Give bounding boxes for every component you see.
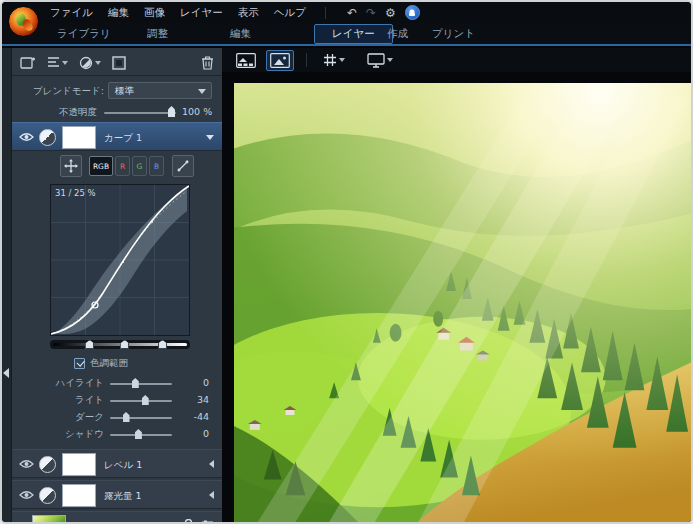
visibility-eye-icon[interactable] (19, 132, 34, 142)
menu-image[interactable]: 画像 (144, 6, 165, 20)
tab-adjust[interactable]: 調整 (147, 27, 168, 41)
blend-mode-label: ブレンドモード: (12, 85, 104, 98)
dark-label: ダーク (12, 411, 104, 424)
app-logo-icon[interactable] (8, 6, 39, 37)
expand-caret-icon[interactable] (209, 460, 214, 468)
menu-view[interactable]: 表示 (238, 6, 259, 20)
highlight-slider-handle[interactable] (132, 378, 139, 388)
toolbar-separator (306, 53, 307, 67)
tab-edit[interactable]: 編集 (230, 27, 251, 41)
curve-plot[interactable] (51, 185, 189, 335)
layer-row-levels[interactable]: レベル 1 (12, 449, 222, 478)
channel-rgb-button[interactable]: RGB (89, 156, 113, 176)
menu-file[interactable]: ファイル (50, 6, 93, 20)
opacity-label: 不透明度 (12, 106, 97, 119)
delete-layer-button[interactable] (201, 55, 214, 70)
new-layer-button[interactable] (20, 55, 36, 70)
display-preview-button[interactable] (363, 50, 397, 71)
layer-row-exposure[interactable]: 露光量 1 (12, 480, 222, 509)
opacity-slider-handle[interactable] (168, 106, 175, 117)
tab-layers[interactable]: レイヤー (314, 24, 393, 44)
blend-mode-row: ブレンドモード: 標準 (12, 82, 222, 100)
blend-mode-value: 標準 (115, 85, 134, 96)
curve-gradient-bar[interactable] (50, 340, 190, 349)
canvas-area[interactable] (222, 72, 691, 522)
blend-mode-select[interactable]: 標準 (108, 82, 212, 99)
midtone-handle[interactable] (120, 340, 129, 349)
highlight-label: ハイライト (12, 377, 104, 390)
shadow-slider-handle[interactable] (135, 429, 142, 439)
single-image-view-button[interactable] (266, 50, 294, 71)
layers-panel: ブレンドモード: 標準 不透明度 100 % カーブ 1 (2, 48, 222, 522)
light-slider-handle[interactable] (142, 395, 149, 405)
background-layer-thumbnail[interactable] (32, 515, 66, 524)
highlight-slider[interactable] (110, 383, 172, 385)
slider-row-dark: ダーク -44 (12, 409, 222, 425)
levels-layer-name[interactable]: レベル 1 (104, 459, 142, 472)
menu-bar: ファイル 編集 画像 レイヤー 表示 ヘルプ ↶ ↷ ⚙ (2, 2, 691, 23)
photo-mountain-landscape[interactable] (234, 83, 691, 522)
curve-reset-button[interactable] (172, 155, 194, 177)
curves-layer-name[interactable]: カーブ 1 (104, 132, 142, 145)
settings-gear-icon[interactable]: ⚙ (385, 7, 396, 19)
curve-readout: 31 / 25 % (55, 188, 96, 198)
panel-edge-strip (2, 48, 12, 522)
layer-row-curves[interactable]: カーブ 1 (12, 122, 222, 151)
menu-layer[interactable]: レイヤー (180, 6, 223, 20)
tab-create[interactable]: 作成 (387, 27, 408, 41)
tab-library[interactable]: ライブラリ (57, 27, 111, 41)
adjustment-layer-icon (39, 456, 56, 473)
menu-help[interactable]: ヘルプ (274, 6, 306, 20)
pan-tool-button[interactable] (60, 155, 82, 177)
curves-layer-thumbnail[interactable] (62, 126, 96, 149)
collapse-caret-icon[interactable] (206, 135, 214, 140)
exposure-layer-thumbnail[interactable] (62, 484, 96, 507)
organizer-view-button[interactable] (232, 50, 260, 71)
slider-row-highlight: ハイライト 0 (12, 375, 222, 391)
highlight-handle[interactable] (158, 340, 167, 349)
opacity-row: 不透明度 100 % (12, 104, 222, 120)
canvas-toolbar (222, 48, 691, 72)
adjustment-layer-icon (39, 129, 56, 146)
caret-down-icon (62, 61, 68, 65)
tab-print[interactable]: プリント (432, 27, 475, 41)
undo-icon[interactable]: ↶ (347, 7, 357, 19)
tonal-range-row: 色調範囲 (74, 356, 128, 370)
panel-collapse-arrow-icon[interactable] (3, 368, 9, 378)
caret-down-icon (95, 61, 101, 65)
opacity-slider[interactable] (104, 112, 176, 114)
shadow-value: 0 (203, 428, 209, 439)
visibility-eye-icon[interactable] (19, 459, 34, 469)
channel-red-button[interactable]: R (115, 156, 130, 176)
layer-list-button[interactable] (47, 56, 68, 69)
lock-icon[interactable] (183, 519, 194, 524)
dark-slider-handle[interactable] (123, 412, 130, 422)
mask-layer-button[interactable] (112, 56, 126, 70)
channel-blue-button[interactable]: B (149, 156, 164, 176)
levels-layer-thumbnail[interactable] (62, 453, 96, 476)
exposure-layer-name[interactable]: 露光量 1 (104, 490, 142, 503)
visibility-eye-icon[interactable] (19, 490, 34, 500)
light-slider[interactable] (110, 400, 172, 402)
adjustment-layer-icon (39, 487, 56, 504)
expand-caret-icon[interactable] (209, 491, 214, 499)
new-adjustment-layer-button[interactable] (79, 56, 101, 70)
caret-down-icon (339, 58, 345, 62)
redo-icon[interactable]: ↷ (366, 7, 376, 19)
dark-slider[interactable] (110, 417, 172, 419)
slider-row-light: ライト 34 (12, 392, 222, 408)
workspace-tab-bar: ライブラリ 調整 編集 レイヤー 作成 プリント (2, 23, 691, 46)
levels-adjust-icon[interactable] (201, 519, 214, 524)
layer-row-background[interactable]: 背景 (12, 511, 222, 524)
light-label: ライト (12, 394, 104, 407)
channel-green-button[interactable]: G (132, 156, 147, 176)
grid-overlay-button[interactable] (319, 50, 349, 70)
curve-graph[interactable]: 31 / 25 % (50, 184, 190, 336)
tonal-range-checkbox[interactable] (74, 358, 85, 369)
shadow-slider[interactable] (110, 434, 172, 436)
layers-toolbar (12, 50, 222, 76)
menu-edit[interactable]: 編集 (108, 6, 129, 20)
notification-badge-icon[interactable] (405, 5, 420, 20)
shadow-handle[interactable] (85, 340, 94, 349)
opacity-value: 100 % (182, 106, 212, 117)
